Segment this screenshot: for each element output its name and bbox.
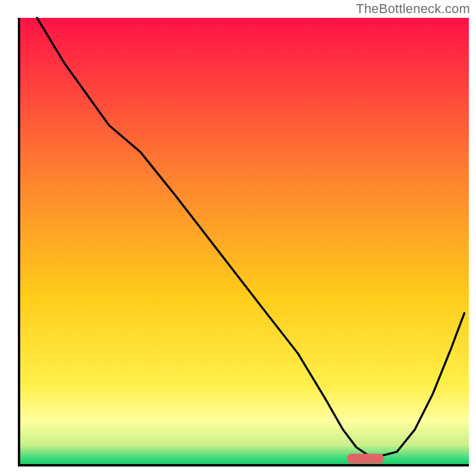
plot-background [19, 18, 469, 465]
chart-stage: TheBottleneck.com [0, 0, 476, 476]
highlight-pill [347, 453, 383, 464]
chart-svg [0, 0, 476, 476]
